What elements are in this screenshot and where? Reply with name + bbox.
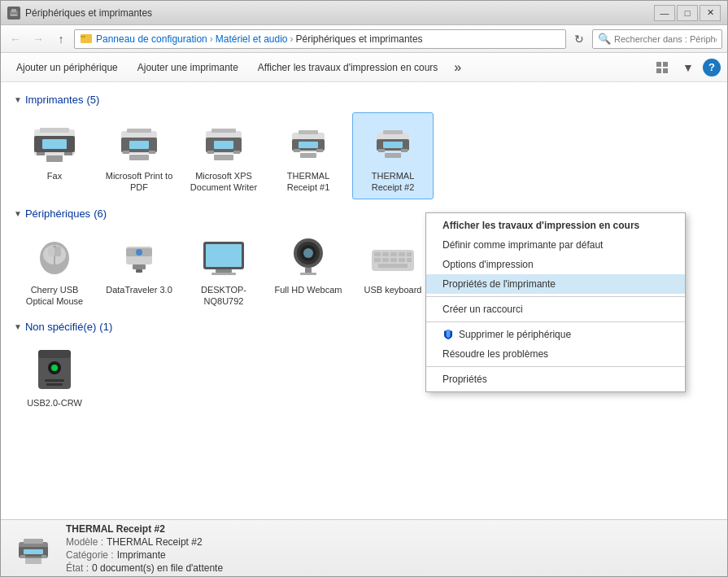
svg-rect-5: [656, 62, 661, 67]
printer-item-thermal1[interactable]: THERMAL Receipt #1: [268, 112, 349, 199]
shield-icon: [442, 329, 454, 340]
thermal1-icon: [280, 118, 337, 167]
svg-rect-75: [407, 258, 412, 262]
svg-rect-63: [305, 268, 312, 273]
printers-grid: Fax Microsoft Print to PDF: [14, 112, 714, 199]
datatraveler-icon: [111, 232, 168, 281]
add-printer-button[interactable]: Ajouter une imprimante: [129, 56, 247, 79]
context-menu-item-create-shortcut[interactable]: Créer un raccourci: [426, 299, 685, 319]
svg-rect-33: [294, 149, 300, 152]
unspecified-chevron-icon: ▼: [14, 322, 22, 331]
view-dropdown-button[interactable]: ▼: [677, 56, 700, 79]
ms-pdf-icon: [111, 118, 168, 167]
context-menu-separator-1: [426, 296, 685, 297]
device-item-usb-keyboard[interactable]: USB keyboard: [352, 226, 434, 313]
toolbar-right: ▼ ?: [651, 56, 721, 79]
svg-rect-28: [211, 129, 236, 133]
device-item-datatraveler[interactable]: DataTraveler 3.0: [98, 226, 180, 313]
main-window: Périphériques et imprimantes — □ ✕ ← → ↑…: [0, 0, 728, 577]
printers-section-header[interactable]: ▼ Imprimantes (5): [14, 94, 714, 106]
svg-rect-87: [41, 555, 46, 558]
minimize-button[interactable]: —: [654, 5, 675, 21]
status-category-row: Catégorie : Imprimante: [66, 549, 223, 561]
svg-rect-40: [378, 149, 385, 152]
window-title: Périphériques et imprimantes: [25, 7, 654, 19]
maximize-button[interactable]: □: [677, 5, 698, 21]
svg-point-54: [136, 249, 142, 256]
svg-rect-48: [48, 247, 54, 256]
fax-label: Fax: [47, 170, 62, 181]
device-item-cherry-mouse[interactable]: Cherry USB Optical Mouse: [14, 226, 95, 313]
svg-rect-70: [407, 252, 412, 256]
status-category-value: Imprimante: [117, 549, 166, 561]
svg-rect-68: [390, 252, 397, 256]
svg-rect-78: [38, 350, 71, 358]
svg-rect-69: [399, 252, 405, 256]
add-device-button[interactable]: Ajouter un périphérique: [7, 56, 127, 79]
context-menu-item-print-options[interactable]: Options d'impression: [426, 255, 685, 274]
svg-rect-89: [25, 558, 41, 564]
svg-rect-53: [136, 269, 142, 273]
context-menu-separator-2: [426, 321, 685, 322]
close-button[interactable]: ✕: [700, 5, 721, 21]
status-state-value: 0 document(s) en file d'attente: [92, 562, 223, 574]
svg-rect-82: [46, 383, 63, 386]
context-menu-item-set-default[interactable]: Définir comme imprimante par défaut: [426, 235, 685, 255]
refresh-button[interactable]: ↻: [569, 29, 589, 49]
device-item-webcam[interactable]: Full HD Webcam: [268, 226, 349, 313]
up-button[interactable]: ↑: [51, 29, 71, 49]
unspecified-count: (1): [99, 321, 112, 333]
ms-xps-icon: [195, 118, 252, 167]
back-button[interactable]: ←: [6, 29, 25, 49]
svg-rect-25: [214, 141, 233, 149]
svg-rect-74: [399, 258, 405, 262]
webcam-icon: [280, 232, 337, 281]
svg-rect-13: [64, 152, 72, 155]
svg-rect-76: [378, 264, 408, 268]
context-menu-item-show-jobs[interactable]: Afficher les travaux d'impression en cou…: [426, 216, 685, 235]
svg-rect-29: [214, 155, 233, 160]
thermal1-label: THERMAL Receipt #1: [272, 170, 345, 194]
view-options-button[interactable]: [651, 56, 674, 79]
ms-xps-label: Microsoft XPS Document Writer: [187, 170, 260, 194]
window-icon: [7, 7, 20, 20]
svg-rect-32: [299, 142, 318, 148]
context-menu-item-troubleshoot[interactable]: Résoudre les problèmes: [426, 344, 685, 364]
printer-item-ms-pdf[interactable]: Microsoft Print to PDF: [98, 112, 180, 199]
search-input[interactable]: [614, 34, 717, 44]
status-info: THERMAL Receipt #2 Modèle : THERMAL Rece…: [66, 523, 223, 574]
help-button[interactable]: ?: [703, 59, 721, 76]
context-menu-item-properties[interactable]: Propriétés: [426, 369, 685, 389]
breadcrumb-hardware-audio[interactable]: Matériel et audio: [216, 33, 288, 45]
breadcrumb-control-panel[interactable]: Panneau de configuration: [96, 33, 207, 45]
svg-rect-81: [45, 379, 64, 382]
printer-item-ms-xps[interactable]: Microsoft XPS Document Writer: [183, 112, 264, 199]
webcam-label: Full HD Webcam: [275, 284, 342, 295]
svg-rect-86: [20, 555, 25, 558]
printers-label: Imprimantes: [25, 94, 84, 106]
main-content: ▼ Imprimantes (5) Fax: [1, 82, 727, 519]
svg-rect-66: [374, 252, 381, 256]
svg-point-62: [303, 248, 313, 258]
fax-icon: [26, 118, 83, 167]
svg-rect-3: [81, 34, 92, 43]
forward-button[interactable]: →: [28, 29, 48, 49]
device-item-usb-crw[interactable]: USB2.0-CRW: [14, 339, 95, 414]
title-bar: Périphériques et imprimantes — □ ✕: [1, 1, 727, 25]
more-options-button[interactable]: »: [448, 56, 467, 79]
svg-rect-35: [299, 130, 318, 134]
window-controls: — □ ✕: [654, 5, 721, 21]
device-item-desktop[interactable]: DESKTOP-NQ8U792: [183, 226, 264, 313]
context-menu-item-remove-device[interactable]: Supprimer le périphérique: [426, 325, 685, 344]
printer-item-thermal2[interactable]: THERMAL Receipt #2: [352, 112, 434, 199]
context-menu-item-printer-props[interactable]: Propriétés de l'imprimante: [426, 274, 685, 294]
svg-rect-58: [211, 273, 236, 275]
svg-rect-67: [382, 252, 389, 256]
svg-rect-11: [42, 139, 67, 149]
show-print-jobs-button[interactable]: Afficher les travaux d'impression en cou…: [249, 56, 447, 79]
svg-rect-8: [663, 68, 668, 73]
printers-count: (5): [86, 94, 99, 106]
search-icon: 🔍: [598, 33, 611, 45]
printer-item-fax[interactable]: Fax: [14, 112, 95, 199]
breadcrumb-current: Périphériques et imprimantes: [296, 33, 423, 45]
